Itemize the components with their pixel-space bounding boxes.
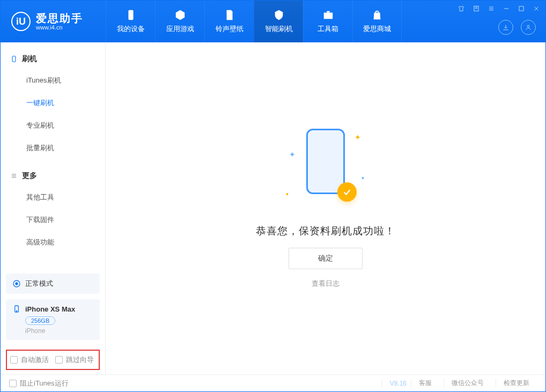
sidebar-item-download-firmware[interactable]: 下载固件: [1, 209, 105, 231]
logo-icon: iU: [11, 12, 31, 31]
app-title: 爱思助手: [36, 12, 83, 24]
cube-icon: [174, 9, 186, 21]
sidebar-item-oneclick-flash[interactable]: 一键刷机: [1, 92, 105, 114]
window-controls: [456, 4, 541, 13]
check-badge-icon: [337, 182, 357, 202]
main-tabs: 我的设备 应用游戏 铃声壁纸 智能刷机 工具箱 爱思商城: [106, 1, 402, 42]
sidebar-item-pro-flash[interactable]: 专业刷机: [1, 114, 105, 137]
sidebar-item-advanced[interactable]: 高级功能: [1, 231, 105, 254]
sidebar-bottom-options: 自动激活 跳过向导: [6, 350, 100, 370]
checkbox-box-icon: [10, 356, 18, 364]
svg-rect-14: [12, 56, 16, 62]
close-icon[interactable]: [532, 4, 541, 13]
tab-ringtone-wallpaper[interactable]: 铃声壁纸: [204, 1, 254, 42]
sidebar-item-itunes-flash[interactable]: iTunes刷机: [1, 69, 105, 92]
sparkle-icon: ✦: [355, 133, 361, 142]
tab-label: 工具箱: [318, 24, 338, 34]
shirt-icon[interactable]: [456, 4, 466, 13]
sidebar: 刷机 iTunes刷机 一键刷机 专业刷机 批量刷机 更多 其他工具 下载固件 …: [1, 42, 106, 374]
bag-icon: [371, 9, 383, 21]
device-icon: [10, 55, 18, 63]
tab-smart-flash[interactable]: 智能刷机: [254, 1, 303, 42]
view-log-link[interactable]: 查看日志: [312, 279, 340, 289]
tab-my-device[interactable]: 我的设备: [106, 1, 155, 42]
tab-apps-games[interactable]: 应用游戏: [155, 1, 204, 42]
normal-mode-icon: [12, 279, 21, 288]
svg-rect-10: [519, 6, 523, 11]
app-header: iU 爱思助手 www.i4.cn 我的设备 应用游戏 铃声壁纸 智能刷机 工具…: [1, 1, 545, 42]
support-link[interactable]: 客服: [411, 379, 439, 388]
refresh-shield-icon: [273, 9, 285, 21]
briefcase-icon: [322, 9, 334, 21]
checkbox-auto-activate[interactable]: 自动激活: [10, 355, 49, 365]
svg-rect-1: [323, 12, 333, 19]
version-label: V8.16: [382, 380, 407, 387]
iphone-icon: [12, 305, 21, 313]
menu-icon[interactable]: [486, 4, 496, 13]
svg-point-13: [527, 25, 529, 27]
device-type: iPhone: [25, 327, 93, 335]
sidebar-item-other-tools[interactable]: 其他工具: [1, 186, 105, 209]
mode-label: 正常模式: [25, 279, 53, 289]
maximize-icon[interactable]: [517, 4, 526, 13]
phone-frame-icon: [306, 129, 345, 194]
device-capacity: 256GB: [25, 316, 55, 325]
wechat-link[interactable]: 微信公众号: [444, 379, 491, 388]
tab-label: 爱思商城: [363, 24, 391, 34]
svg-point-21: [16, 310, 17, 311]
checkbox-box-icon: [55, 356, 63, 364]
header-right-icons: [498, 20, 536, 35]
download-icon[interactable]: [498, 20, 513, 35]
checkbox-label: 跳过向导: [66, 355, 94, 365]
phone-icon: [125, 9, 137, 21]
sidebar-section-flash: 刷机 iTunes刷机 一键刷机 专业刷机 批量刷机: [1, 42, 105, 159]
music-file-icon: [224, 9, 235, 21]
sidebar-section-more: 更多 其他工具 下载固件 高级功能: [1, 159, 105, 254]
tab-label: 我的设备: [117, 24, 145, 34]
mode-card[interactable]: 正常模式: [6, 273, 100, 294]
sparkle-icon: •: [286, 190, 289, 198]
device-card[interactable]: iPhone XS Max 256GB iPhone: [6, 299, 100, 340]
checkbox-label: 阻止iTunes运行: [20, 379, 69, 388]
sidebar-title-label: 更多: [22, 171, 37, 181]
svg-rect-0: [128, 10, 133, 20]
confirm-button[interactable]: 确定: [289, 248, 363, 269]
sidebar-title-flash: 刷机: [1, 50, 105, 69]
sparkle-icon: ✦: [289, 150, 296, 159]
logo-area: iU 爱思助手 www.i4.cn: [1, 12, 106, 31]
success-message: 恭喜您，保资料刷机成功啦！: [256, 224, 395, 238]
device-name: iPhone XS Max: [25, 305, 75, 313]
checkbox-block-itunes[interactable]: 阻止iTunes运行: [9, 379, 69, 388]
sidebar-title-more: 更多: [1, 167, 105, 186]
tab-label: 应用游戏: [166, 24, 194, 34]
note-icon[interactable]: [471, 4, 481, 13]
sparkle-icon: •: [361, 174, 364, 182]
svg-point-19: [16, 283, 18, 285]
svg-rect-2: [327, 11, 330, 13]
tab-store[interactable]: 爱思商城: [352, 1, 402, 42]
status-bar: 阻止iTunes运行 V8.16 客服 微信公众号 检查更新: [1, 374, 545, 391]
main-content: ✦ ✦ • • 恭喜您，保资料刷机成功啦！ 确定 查看日志: [106, 42, 545, 374]
list-icon: [10, 172, 18, 180]
sidebar-item-batch-flash[interactable]: 批量刷机: [1, 137, 105, 159]
minimize-icon[interactable]: [501, 4, 511, 13]
checkbox-label: 自动激活: [21, 355, 49, 365]
checkbox-skip-wizard[interactable]: 跳过向导: [55, 355, 94, 365]
tab-toolbox[interactable]: 工具箱: [303, 1, 352, 42]
check-update-link[interactable]: 检查更新: [496, 379, 537, 388]
tab-label: 智能刷机: [265, 24, 293, 34]
user-icon[interactable]: [521, 20, 536, 35]
app-url: www.i4.cn: [36, 24, 83, 31]
sidebar-title-label: 刷机: [22, 54, 37, 64]
tab-label: 铃声壁纸: [216, 24, 244, 34]
checkbox-box-icon: [9, 380, 17, 387]
success-illustration: ✦ ✦ • •: [293, 129, 358, 215]
